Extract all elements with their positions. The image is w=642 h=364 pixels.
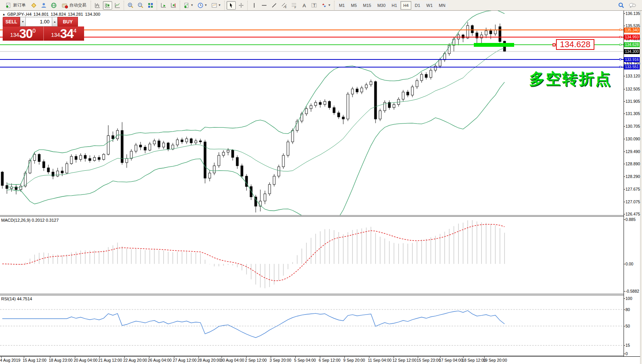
candle-body: [20, 186, 22, 189]
timeframe-h4-button[interactable]: H4: [400, 1, 411, 10]
arrows-button[interactable]: ▼: [319, 1, 333, 10]
timeframe-group: M1M5M15M30H1H4D1W1MN: [334, 1, 448, 10]
metaeditor-button[interactable]: [29, 1, 38, 10]
candle-body: [213, 166, 215, 173]
price-callout-box[interactable]: 134.628: [556, 39, 594, 50]
price-tick: [624, 76, 625, 76]
price-tick: [624, 126, 625, 127]
autotrading-button[interactable]: 自动交易: [59, 1, 89, 10]
new-order-button[interactable]: 新订单: [3, 1, 28, 10]
main-chart-pane[interactable]: [0, 11, 624, 216]
timeframe-h1-button[interactable]: H1: [389, 1, 400, 10]
clock-icon: [197, 2, 204, 8]
cursor-button[interactable]: [227, 1, 236, 10]
candle-body: [361, 88, 363, 92]
candle-body: [93, 158, 96, 161]
macd-tick: [624, 291, 625, 292]
price-tick-label: 131.905: [625, 99, 640, 104]
text-label-button[interactable]: T: [309, 1, 319, 10]
one-click-trading-panel: SELL ▼ ▲ BUY 134300 134344: [3, 17, 84, 41]
timeframe-w1-button[interactable]: W1: [424, 1, 435, 10]
macd-tick: [624, 264, 625, 264]
horizontal-line-button[interactable]: [260, 1, 269, 10]
timeframe-m15-button[interactable]: M15: [360, 1, 374, 10]
candle-body: [490, 31, 492, 34]
turning-point-annotation[interactable]: 多空转折点: [529, 68, 612, 89]
candle-body: [98, 158, 100, 160]
autotrading-icon: [62, 2, 68, 8]
time-tick-label: 6 Sep 12:00: [319, 358, 341, 362]
svg-text:F: F: [295, 6, 296, 8]
price-tick: [624, 152, 625, 152]
tile-windows-button[interactable]: [146, 1, 155, 10]
zoom-in-button[interactable]: [126, 1, 135, 10]
text-button[interactable]: A: [299, 1, 309, 10]
sell-price[interactable]: 134300: [3, 26, 43, 41]
new-order-icon: [5, 2, 12, 8]
candle-body: [79, 155, 82, 160]
svg-text:A: A: [303, 3, 306, 8]
zoom-out-button[interactable]: [136, 1, 145, 10]
auto-scroll-button[interactable]: [159, 1, 168, 10]
candle-body: [121, 130, 123, 163]
chart-shift-button[interactable]: [169, 1, 178, 10]
rsi-pane[interactable]: [0, 296, 624, 356]
price-tick-label: 130.705: [625, 124, 640, 128]
price-axis-line: [624, 11, 624, 356]
candle-body: [29, 161, 31, 173]
crosshair-button[interactable]: [237, 1, 246, 10]
candle-body: [47, 168, 50, 172]
candle-body: [195, 141, 197, 143]
timeframe-mn-button[interactable]: MN: [436, 1, 448, 10]
price-tick: [624, 26, 625, 26]
candle-body: [333, 108, 335, 113]
price-tick-label: 129.490: [625, 149, 640, 154]
chevron-down-icon: ▼: [328, 3, 331, 7]
candle-body: [365, 85, 367, 88]
toolbar-group-right: [614, 1, 638, 10]
templates-button[interactable]: ▼: [210, 1, 223, 10]
pane-separator[interactable]: [0, 215, 624, 217]
support-highlight-bar[interactable]: [474, 43, 514, 47]
price-tick-label: 127.675: [625, 187, 640, 191]
price-tick: [624, 114, 625, 114]
candle-body: [301, 114, 303, 121]
volume-decrease-button[interactable]: ▼: [20, 17, 26, 26]
volume-input[interactable]: [26, 17, 52, 26]
buy-button[interactable]: BUY: [58, 17, 78, 26]
candle-chart-button[interactable]: [103, 1, 112, 10]
search-button[interactable]: [616, 1, 626, 10]
trendline-button[interactable]: [270, 1, 279, 10]
market-button[interactable]: [49, 1, 58, 10]
candle-body: [153, 141, 156, 144]
candle-body: [471, 26, 473, 33]
volume-increase-button[interactable]: ▲: [52, 17, 58, 26]
price-tick-label: 132.505: [625, 87, 640, 91]
buy-price[interactable]: 134344: [44, 26, 84, 41]
price-box-anchor[interactable]: [553, 43, 556, 46]
arrows-icon: [321, 2, 327, 8]
fibonacci-button[interactable]: F: [290, 1, 299, 10]
pane-separator[interactable]: [0, 294, 624, 295]
chat-button[interactable]: [627, 1, 638, 10]
bar-chart-button[interactable]: [93, 1, 102, 10]
timeframe-m1-button[interactable]: M1: [336, 1, 347, 10]
channel-button[interactable]: E: [280, 1, 289, 10]
macd-pane[interactable]: [0, 217, 624, 294]
toolbar: 新订单 自动交易: [0, 0, 642, 11]
line-chart-button[interactable]: [113, 1, 122, 10]
rsi-tick: [624, 310, 625, 310]
candle-body: [499, 26, 501, 41]
vertical-line-button[interactable]: [250, 1, 259, 10]
indicators-button[interactable]: ▼: [182, 1, 195, 10]
periods-button[interactable]: ▼: [196, 1, 209, 10]
candle-body: [425, 74, 427, 77]
timeframe-m5-button[interactable]: M5: [348, 1, 359, 10]
candle-body: [103, 154, 105, 160]
community-button[interactable]: [39, 1, 48, 10]
timeframe-m30-button[interactable]: M30: [375, 1, 388, 10]
sell-button[interactable]: SELL: [3, 17, 20, 26]
candle-body: [402, 92, 404, 99]
timeframe-d1-button[interactable]: D1: [412, 1, 423, 10]
chevron-down-icon: ▼: [190, 3, 194, 7]
